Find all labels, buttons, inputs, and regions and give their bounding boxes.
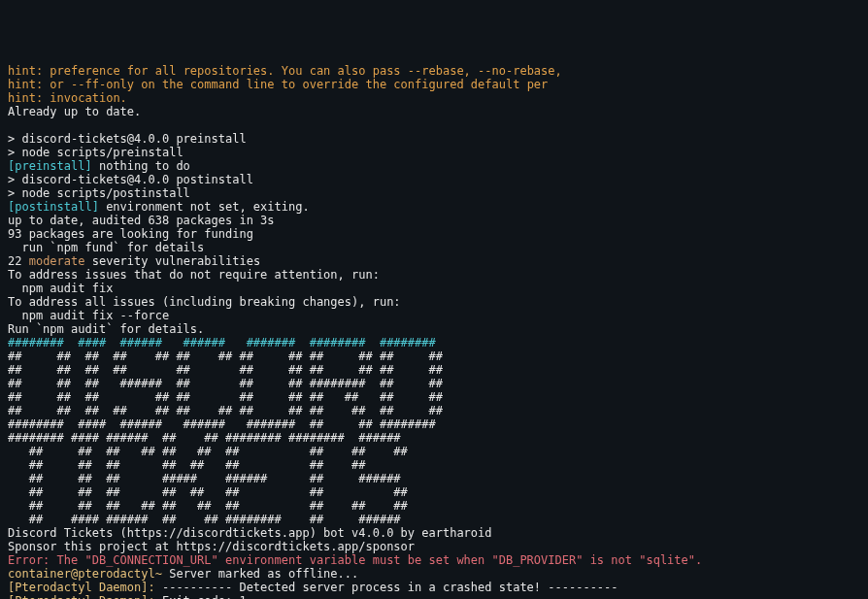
ascii-art-line: ## ## ## ##### ###### ## ###### [8, 472, 436, 485]
vuln-count: 22 [8, 254, 29, 268]
error-line: Error: The "DB_CONNECTION_URL" environme… [8, 553, 702, 567]
daemon-tag: [Pterodactyl Daemon]: [8, 581, 155, 594]
hint-line: hint: [8, 91, 50, 105]
ascii-art-line: ## ## ## ## ## ## ## ## ## ## ## ## ## [8, 349, 443, 363]
hint-line: hint: [8, 78, 50, 91]
audit-line: run `npm fund` for details [8, 241, 204, 254]
hint-text: preference for all repositories. You can… [50, 64, 561, 78]
ascii-art-line: ## ## ## ## ## ## ## ## ## ## ## [8, 363, 443, 377]
hint-text: or --ff-only on the command line to over… [50, 78, 548, 91]
vuln-severity: moderate [29, 254, 85, 268]
npm-line: > discord-tickets@4.0.0 postinstall [8, 173, 253, 186]
address-line: To address issues that do not require at… [8, 268, 380, 282]
ascii-art-line: ## #### ###### ## ## ######## ## ###### [8, 513, 436, 526]
daemon-msg: ---------- Detected server process in a … [155, 581, 618, 594]
npm-line: > node scripts/preinstall [8, 146, 184, 159]
status-line: Already up to date. [8, 105, 141, 118]
address-line: Run `npm audit` for details. [8, 322, 204, 336]
postinstall-tag: [postinstall] [8, 200, 99, 214]
npm-line: > node scripts/postinstall [8, 186, 190, 200]
credits-line: Sponsor this project at https://discordt… [8, 540, 415, 553]
ascii-art-line: ## ## ## ## ## ## ## ## ## ## ## ## ## [8, 404, 443, 417]
credits-line: Discord Tickets (https://discordtickets.… [8, 526, 492, 540]
daemon-tag: [Pterodactyl Daemon]: [8, 594, 155, 599]
ascii-art-line: ## ## ## ###### ## ## ## ######## ## ## [8, 377, 443, 390]
preinstall-tag: [preinstall] [8, 159, 92, 173]
audit-line: 93 packages are looking for funding [8, 227, 253, 241]
address-line: To address all issues (including breakin… [8, 295, 401, 309]
address-line: npm audit fix [8, 282, 113, 295]
offline-msg: Server marked as offline... [162, 567, 358, 581]
hint-text: invocation. [50, 91, 126, 105]
ascii-art-line: ######## #### ###### ## ## ######## ####… [8, 431, 436, 445]
terminal-output[interactable]: hint: preference for all repositories. Y… [8, 64, 860, 599]
ascii-art-line: ## ## ## ## ## ## ## ## [8, 485, 436, 499]
ascii-art-line: ## ## ## ## ## ## ## ## [8, 458, 436, 472]
address-line: npm audit fix --force [8, 309, 169, 322]
preinstall-msg: nothing to do [92, 159, 190, 173]
ascii-art-line: ## ## ## ## ## ## ## ## ## ## [8, 445, 436, 458]
container-prompt: container@pterodactyl~ [8, 567, 162, 581]
postinstall-msg: environment not set, exiting. [99, 200, 310, 214]
ascii-art-line: ## ## ## ## ## ## ## ## ## ## [8, 499, 436, 513]
ascii-art-line: ## ## ## ## ## ## ## ## ## ## ## [8, 390, 443, 404]
ascii-art-line: ######## #### ###### ###### ####### ####… [8, 336, 443, 349]
audit-line: up to date, audited 638 packages in 3s [8, 214, 275, 227]
daemon-msg: Exit code: 1 [155, 594, 247, 599]
vuln-rest: severity vulnerabilities [84, 254, 260, 268]
npm-line: > discord-tickets@4.0.0 preinstall [8, 132, 247, 146]
hint-line: hint: [8, 64, 50, 78]
ascii-art-line: ######## #### ###### ###### ####### ## #… [8, 417, 443, 431]
